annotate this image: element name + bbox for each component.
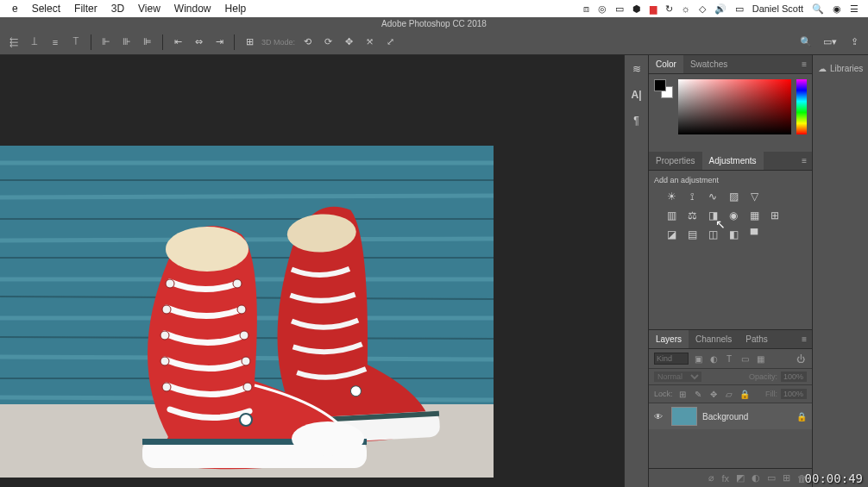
- tab-color[interactable]: Color: [649, 55, 683, 73]
- visibility-icon[interactable]: 👁: [654, 412, 666, 421]
- 3d-roll-icon[interactable]: ⟳: [319, 34, 337, 51]
- panel-menu-icon[interactable]: ≡: [796, 156, 812, 165]
- menu-view[interactable]: View: [131, 3, 167, 15]
- lock-image-icon[interactable]: ✎: [692, 388, 704, 400]
- tab-adjustments[interactable]: Adjustments: [702, 152, 764, 170]
- menu-select[interactable]: Select: [25, 3, 67, 15]
- link-layers-icon[interactable]: ⌀: [708, 472, 714, 484]
- record-icon[interactable]: ▆: [645, 3, 661, 15]
- tab-properties[interactable]: Properties: [649, 152, 702, 170]
- filter-adjust-icon[interactable]: ◐: [708, 353, 720, 365]
- color-balance-icon[interactable]: ⚖: [685, 209, 699, 222]
- battery-icon[interactable]: ▭: [731, 3, 748, 15]
- layer-name[interactable]: Background: [702, 412, 748, 421]
- threshold-icon[interactable]: ◫: [706, 228, 720, 241]
- menu-app[interactable]: e: [5, 3, 25, 15]
- history-icon[interactable]: ≋: [626, 59, 647, 79]
- 3d-orbit-icon[interactable]: ⟲: [299, 34, 316, 51]
- libraries-button[interactable]: ☁ Libraries: [813, 60, 868, 77]
- photo-filter-icon[interactable]: ◉: [726, 209, 740, 222]
- tab-paths[interactable]: Paths: [739, 330, 775, 348]
- posterize-icon[interactable]: ▤: [685, 228, 699, 241]
- blend-mode-select[interactable]: Normal: [654, 371, 701, 382]
- lock-transparent-icon[interactable]: ⊞: [676, 388, 689, 400]
- distribute-c-icon[interactable]: ⇔: [190, 34, 207, 51]
- brightness-icon[interactable]: ☀: [664, 190, 678, 203]
- panel-menu-icon[interactable]: ≡: [796, 334, 812, 344]
- siri-icon[interactable]: ◉: [828, 3, 846, 15]
- align-vcenter-icon[interactable]: ≡: [47, 34, 64, 51]
- clock-icon[interactable]: ↻: [661, 3, 677, 15]
- layer-thumbnail[interactable]: [671, 407, 697, 426]
- filter-shape-icon[interactable]: ▭: [739, 353, 751, 365]
- selective-color-icon[interactable]: ◧: [726, 228, 740, 241]
- menu-window[interactable]: Window: [167, 3, 218, 15]
- foreground-color-swatch[interactable]: [654, 79, 666, 91]
- lock-all-icon[interactable]: 🔒: [739, 388, 751, 400]
- 3d-zoom-icon[interactable]: ⤢: [381, 34, 399, 51]
- panel-menu-icon[interactable]: ≡: [796, 59, 812, 69]
- color-field[interactable]: [678, 79, 791, 134]
- notifications-icon[interactable]: ☰: [846, 3, 863, 15]
- user-name[interactable]: Daniel Scott: [748, 3, 808, 14]
- tab-swatches[interactable]: Swatches: [683, 55, 734, 73]
- filter-pixel-icon[interactable]: ▣: [692, 353, 704, 365]
- new-layer-icon[interactable]: ⊞: [783, 472, 790, 484]
- display-icon[interactable]: ☼: [677, 3, 695, 14]
- bw-icon[interactable]: ◨: [706, 209, 720, 222]
- lock-position-icon[interactable]: ✥: [708, 388, 720, 400]
- layer-row-background[interactable]: 👁 Background 🔒: [649, 403, 812, 429]
- align-hcenter-icon[interactable]: ⊪: [118, 34, 135, 51]
- search-icon[interactable]: 🔍: [808, 3, 828, 15]
- lock-icon[interactable]: 🔒: [796, 412, 807, 421]
- exposure-icon[interactable]: ▨: [726, 190, 740, 203]
- channel-mixer-icon[interactable]: ▦: [747, 209, 761, 222]
- screen-icon[interactable]: ▭: [611, 3, 628, 15]
- tab-layers[interactable]: Layers: [649, 330, 689, 348]
- layer-kind-filter[interactable]: [654, 353, 689, 365]
- align-left-icon[interactable]: ⬱: [5, 34, 22, 51]
- document-canvas[interactable]: [0, 146, 494, 478]
- fill-value[interactable]: 100%: [781, 389, 807, 399]
- distribute-h-icon[interactable]: ⇤: [169, 34, 186, 51]
- align-rightedge-icon[interactable]: ⊫: [139, 34, 156, 51]
- adjustment-layer-icon[interactable]: ◐: [752, 472, 760, 484]
- wifi-icon[interactable]: ◇: [695, 3, 710, 15]
- foreground-background-swatch[interactable]: [654, 79, 673, 98]
- search-icon[interactable]: 🔍: [797, 34, 815, 51]
- layer-mask-icon[interactable]: ◩: [736, 472, 745, 484]
- align-bottom-icon[interactable]: ⟘: [26, 34, 43, 51]
- menu-filter[interactable]: Filter: [67, 3, 104, 15]
- auto-align-icon[interactable]: ⊞: [241, 34, 258, 51]
- hue-sat-icon[interactable]: ▥: [664, 209, 678, 222]
- invert-icon[interactable]: ◪: [664, 228, 678, 241]
- menu-3d[interactable]: 3D: [104, 3, 131, 15]
- filter-type-icon[interactable]: T: [723, 353, 735, 365]
- opacity-value[interactable]: 100%: [781, 371, 807, 382]
- character-icon[interactable]: A|: [626, 84, 647, 105]
- levels-icon[interactable]: ⟟: [685, 190, 699, 203]
- 3d-slide-icon[interactable]: ⤧: [361, 34, 378, 51]
- cc-icon[interactable]: ◎: [594, 3, 611, 15]
- curves-icon[interactable]: ∿: [706, 190, 720, 203]
- lock-artboard-icon[interactable]: ▱: [723, 388, 735, 400]
- share-icon[interactable]: ⇪: [846, 34, 863, 51]
- distribute-r-icon[interactable]: ⇥: [211, 34, 228, 51]
- filter-toggle-icon[interactable]: ⏻: [795, 353, 807, 365]
- dropbox-icon[interactable]: ⧈: [579, 3, 594, 15]
- 3d-pan-icon[interactable]: ✥: [340, 34, 357, 51]
- gradient-map-icon[interactable]: ▀: [747, 228, 761, 241]
- layer-fx-icon[interactable]: fx: [721, 473, 729, 484]
- align-top-icon[interactable]: ⟙: [67, 34, 85, 51]
- group-icon[interactable]: ▭: [767, 472, 776, 484]
- menu-help[interactable]: Help: [218, 3, 254, 15]
- filter-smart-icon[interactable]: ▦: [754, 353, 766, 365]
- align-leftedge-icon[interactable]: ⊩: [97, 34, 115, 51]
- color-lookup-icon[interactable]: ⊞: [768, 209, 782, 222]
- hue-slider[interactable]: [796, 79, 807, 134]
- workspace-icon[interactable]: ▭▾: [821, 34, 839, 51]
- volume-icon[interactable]: 🔊: [710, 3, 731, 15]
- paragraph-icon[interactable]: ¶: [626, 110, 647, 131]
- vibrance-icon[interactable]: ▽: [747, 190, 761, 203]
- tab-channels[interactable]: Channels: [689, 330, 739, 348]
